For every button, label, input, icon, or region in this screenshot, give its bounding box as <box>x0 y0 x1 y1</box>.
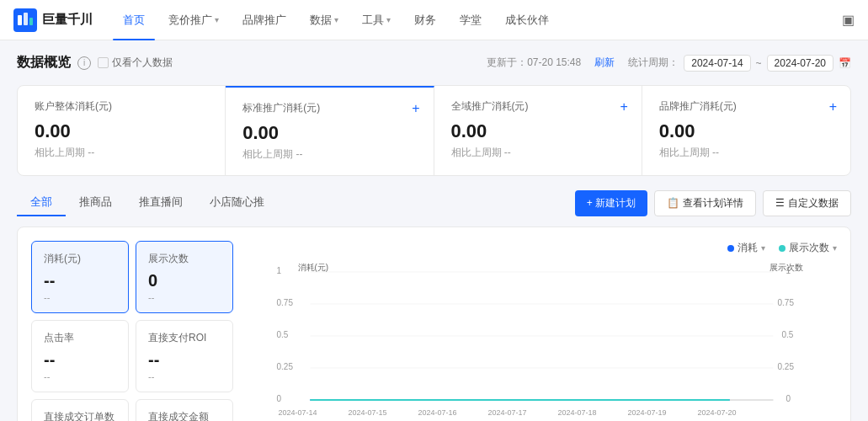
svg-text:0.75: 0.75 <box>778 298 795 307</box>
card-global: 全域推广消耗(元) 0.00 相比上周期 -- + <box>434 86 642 175</box>
card-standard: 标准推广消耗(元) 0.00 相比上周期 -- + <box>226 86 434 175</box>
page-meta: 更新于：07-20 15:48 刷新 统计周期： 2024-07-14 ~ 20… <box>487 55 851 72</box>
logo-icon <box>13 8 37 32</box>
svg-rect-1 <box>18 15 22 25</box>
metric-row-3: 直接成交订单数 0 -- 直接成交金额(元) 0.00 -- <box>31 399 233 421</box>
page-content: 数据概览 i 仅看个人数据 更新于：07-20 15:48 刷新 统计周期： 2… <box>0 40 868 421</box>
svg-text:0.75: 0.75 <box>277 298 294 307</box>
legend-impressions-dot <box>779 245 785 252</box>
page-title: 数据概览 <box>17 54 71 72</box>
svg-text:1: 1 <box>277 266 282 275</box>
caret-icon: ▾ <box>386 15 391 24</box>
top-nav: 巨量千川 首页 竞价推广 ▾ 品牌推广 数据 ▾ 工具 ▾ 财务 学堂 成长伙伴 <box>0 0 868 40</box>
svg-text:0: 0 <box>277 394 282 403</box>
custom-data-button[interactable]: ☰ 自定义数据 <box>763 190 851 216</box>
nav-items: 首页 竞价推广 ▾ 品牌推广 数据 ▾ 工具 ▾ 财务 学堂 成长伙伴 <box>113 0 842 40</box>
svg-text:0: 0 <box>786 394 791 403</box>
nav-item-bid[interactable]: 竞价推广 ▾ <box>158 0 229 40</box>
nav-item-learn[interactable]: 学堂 <box>450 0 492 40</box>
date-start-input[interactable]: 2024-07-14 <box>684 55 750 72</box>
tab-shop[interactable]: 小店随心推 <box>196 189 278 216</box>
updated-label: 更新于：07-20 15:48 <box>487 56 581 70</box>
date-range: 统计周期： 2024-07-14 ~ 2024-07-20 📅 <box>628 55 851 72</box>
tabs-row: 全部 推商品 推直播间 小店随心推 + 新建计划 📋 查看计划详情 ☰ 自定义数… <box>17 189 851 216</box>
svg-text:0.25: 0.25 <box>778 362 795 371</box>
plus-icon2: + <box>620 99 627 115</box>
chart-svg: 1 0.75 0.5 0.25 0 消耗(元) 1 0.75 0.5 0.25 … <box>247 262 837 421</box>
nav-right: ▣ <box>842 12 855 28</box>
metric-roi[interactable]: 直接支付ROI -- -- <box>136 320 233 392</box>
caret-icon: ▾ <box>215 15 219 24</box>
info-icon[interactable]: i <box>77 56 91 70</box>
metric-orders[interactable]: 直接成交订单数 0 -- <box>31 399 129 421</box>
svg-text:2024-07-19: 2024-07-19 <box>627 408 666 417</box>
nav-item-home[interactable]: 首页 <box>113 0 155 40</box>
legend-caret-icon: ▾ <box>761 243 765 253</box>
svg-text:2024-07-15: 2024-07-15 <box>348 408 386 417</box>
card-brand: 品牌推广消耗(元) 0.00 相比上周期 -- + <box>642 86 850 175</box>
chart-wrapper: 1 0.75 0.5 0.25 0 消耗(元) 1 0.75 0.5 0.25 … <box>247 262 837 421</box>
action-buttons: + 新建计划 📋 查看计划详情 ☰ 自定义数据 <box>575 190 851 216</box>
nav-item-finance[interactable]: 财务 <box>404 0 446 40</box>
nav-item-tools[interactable]: 工具 ▾ <box>352 0 401 40</box>
metric-gmv[interactable]: 直接成交金额(元) 0.00 -- <box>136 399 233 421</box>
chart-legend: 消耗 ▾ 展示次数 ▾ <box>247 241 837 255</box>
metric-ctr[interactable]: 点击率 -- -- <box>31 320 129 392</box>
tab-all[interactable]: 全部 <box>17 189 66 216</box>
page-header: 数据概览 i 仅看个人数据 更新于：07-20 15:48 刷新 统计周期： 2… <box>17 54 851 72</box>
svg-text:0.25: 0.25 <box>277 362 294 371</box>
new-plan-button[interactable]: + 新建计划 <box>575 190 647 216</box>
metrics-left: 消耗(元) -- -- 展示次数 0 -- 点击率 -- -- 直接支 <box>31 241 233 421</box>
svg-text:2024-07-20: 2024-07-20 <box>697 408 736 417</box>
legend-impressions[interactable]: 展示次数 ▾ <box>779 241 837 255</box>
legend-spend[interactable]: 消耗 ▾ <box>727 241 765 255</box>
tab-products[interactable]: 推商品 <box>66 189 125 216</box>
card-total: 账户整体消耗(元) 0.00 相比上周期 -- <box>18 86 226 175</box>
metric-spend[interactable]: 消耗(元) -- -- <box>31 241 129 313</box>
personal-checkbox[interactable] <box>98 57 109 68</box>
svg-text:2024-07-14: 2024-07-14 <box>278 408 317 417</box>
metric-impressions[interactable]: 展示次数 0 -- <box>136 241 233 313</box>
tabs: 全部 推商品 推直播间 小店随心推 <box>17 189 278 216</box>
personal-check[interactable]: 仅看个人数据 <box>98 56 173 70</box>
svg-text:2024-07-16: 2024-07-16 <box>418 408 456 417</box>
logo: 巨量千川 <box>13 8 93 32</box>
summary-cards: 账户整体消耗(元) 0.00 相比上周期 -- 标准推广消耗(元) 0.00 相… <box>17 85 851 176</box>
legend-spend-dot <box>727 245 734 252</box>
svg-text:2024-07-18: 2024-07-18 <box>557 408 596 417</box>
nav-item-partner[interactable]: 成长伙伴 <box>495 0 559 40</box>
view-detail-button[interactable]: 📋 查看计划详情 <box>654 190 756 216</box>
bell-icon[interactable]: ▣ <box>842 12 855 28</box>
nav-item-data[interactable]: 数据 ▾ <box>300 0 349 40</box>
caret-icon: ▾ <box>334 15 338 24</box>
nav-item-brand[interactable]: 品牌推广 <box>232 0 296 40</box>
refresh-button[interactable]: 刷新 <box>594 56 615 70</box>
svg-text:2024-07-17: 2024-07-17 <box>487 408 526 417</box>
date-end-input[interactable]: 2024-07-20 <box>767 55 833 72</box>
svg-rect-3 <box>29 18 33 25</box>
metric-row-1: 消耗(元) -- -- 展示次数 0 -- <box>31 241 233 313</box>
svg-text:0.5: 0.5 <box>277 330 289 339</box>
logo-text: 巨量千川 <box>42 12 93 28</box>
calendar-icon[interactable]: 📅 <box>839 57 851 69</box>
svg-text:0.5: 0.5 <box>782 330 794 339</box>
tab-live[interactable]: 推直播间 <box>125 189 196 216</box>
svg-text:消耗(元): 消耗(元) <box>298 263 329 272</box>
chart-area: 消耗 ▾ 展示次数 ▾ 1 0.75 0.5 0.25 0 <box>247 241 837 421</box>
page-title-area: 数据概览 i 仅看个人数据 <box>17 54 173 72</box>
metric-row-2: 点击率 -- -- 直接支付ROI -- -- <box>31 320 233 392</box>
svg-rect-2 <box>24 13 28 25</box>
plus-icon3: + <box>829 99 837 115</box>
svg-text:展示次数: 展示次数 <box>769 263 803 272</box>
plus-icon: + <box>412 101 419 116</box>
main-content: 消耗(元) -- -- 展示次数 0 -- 点击率 -- -- 直接支 <box>17 226 851 421</box>
legend-caret-icon2: ▾ <box>833 243 837 253</box>
